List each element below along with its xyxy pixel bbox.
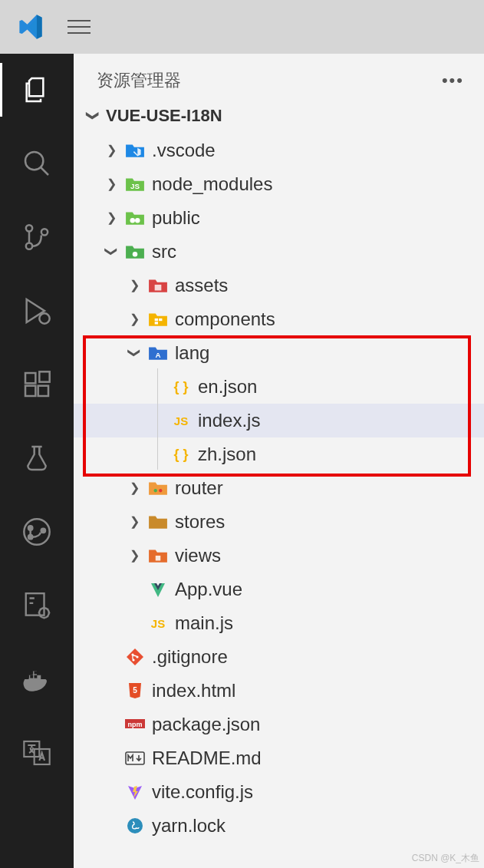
svg-point-3 [41,229,48,235]
tree-item-label: components [175,309,275,330]
tree-item-components[interactable]: components [74,302,484,336]
tree-item-label: views [175,545,221,566]
svg-point-11 [28,535,32,539]
md-icon [124,748,146,769]
svg-point-10 [28,526,32,530]
svg-point-25 [133,252,138,257]
title-bar [0,0,484,54]
tree-item-label: zh.json [198,444,256,465]
source-control-icon[interactable] [18,218,56,256]
project-header[interactable]: VUE-USE-I18N [74,100,484,132]
chevron-right-icon[interactable] [126,278,143,292]
svg-rect-16 [30,675,33,678]
chevron-right-icon[interactable] [126,548,143,563]
tree-item-src[interactable]: src [74,235,484,269]
folder-vscode-icon [124,140,146,161]
tree-item-vscode[interactable]: .vscode [74,134,484,167]
tree-item-app_vue[interactable]: App.vue [74,573,484,606]
tree-item-public[interactable]: public [74,201,484,235]
folder-views-icon [147,545,169,566]
git-graph-icon[interactable] [18,513,56,551]
tree-item-index_html[interactable]: 5index.html [74,674,484,708]
chevron-right-icon[interactable] [126,312,143,326]
svg-rect-13 [26,593,44,616]
vue-icon [147,579,169,600]
tree-item-readme[interactable]: README.md [74,741,484,775]
svg-rect-18 [30,672,33,675]
tree-item-label: main.js [175,612,233,634]
svg-rect-15 [26,675,29,678]
folder-stores-icon [147,511,169,533]
svg-text:A: A [155,351,160,360]
folder-lang-icon: A [147,342,169,364]
svg-rect-19 [35,672,38,675]
tree-item-router[interactable]: router [74,471,484,505]
chevron-down-icon [84,108,101,123]
svg-text:npm: npm [128,721,143,728]
tree-item-stores[interactable]: stores [74,505,484,539]
search-icon[interactable] [18,144,56,183]
tree-item-label: lang [175,342,209,364]
chevron-right-icon[interactable] [103,210,120,225]
chevron-right-icon[interactable] [126,514,143,529]
menu-icon[interactable] [67,20,91,34]
tree-item-zh_json[interactable]: { }zh.json [74,437,484,471]
chevron-down-icon[interactable] [103,244,120,259]
svg-text:5: 5 [133,686,137,695]
tree-item-label: en.json [198,376,257,398]
svg-point-23 [130,218,136,223]
tree-item-label: node_modules [152,173,272,195]
extensions-icon[interactable] [18,365,56,404]
svg-point-12 [41,529,45,533]
chevron-right-icon[interactable] [103,143,120,157]
json-icon: { } [170,444,192,465]
tree-item-en_json[interactable]: { }en.json [74,370,484,404]
tree-item-vite_config[interactable]: vite.config.js [74,775,484,809]
testing-icon[interactable] [18,439,56,477]
explorer-icon[interactable] [18,71,56,109]
yarn-icon [124,815,146,837]
npm-icon: npm [124,714,146,735]
svg-point-1 [26,225,32,231]
tree-item-assets[interactable]: assets [74,269,484,302]
run-debug-icon[interactable] [18,292,56,330]
svg-text:JS: JS [151,617,165,630]
tree-item-package_json[interactable]: npmpackage.json [74,708,484,741]
chevron-right-icon[interactable] [126,480,143,495]
tree-item-label: index.html [152,680,235,701]
tree-item-lang[interactable]: Alang [74,336,484,370]
chevron-down-icon[interactable] [126,345,143,360]
svg-rect-5 [25,373,35,383]
svg-point-0 [25,152,43,170]
sidebar-title: 资源管理器 [97,69,181,92]
i18n-icon[interactable] [18,734,56,772]
tree-item-node_modules[interactable]: JSnode_modules [74,167,484,201]
chevron-right-icon[interactable] [103,177,120,191]
tree-item-label: public [152,207,200,229]
tree-item-main_js[interactable]: JSmain.js [74,606,484,640]
docker-icon[interactable] [18,660,56,698]
svg-rect-17 [35,675,38,678]
vite-icon [124,781,146,803]
tree-item-label: index.js [198,410,260,431]
svg-rect-29 [155,322,158,324]
svg-text:JS: JS [130,183,140,191]
folder-router-icon [147,477,169,499]
js-icon: JS [147,612,169,634]
tree-item-yarn_lock[interactable]: yarn.lock [74,809,484,843]
cpp-settings-icon[interactable] [18,586,56,625]
json-icon: { } [170,376,192,398]
svg-rect-8 [39,371,49,381]
tree-item-label: package.json [152,714,260,735]
svg-text:{ }: { } [173,447,188,462]
tree-item-label: vite.config.js [152,781,253,803]
more-icon[interactable]: ••• [442,71,464,91]
tree-item-label: src [152,241,176,262]
explorer-sidebar: 资源管理器 ••• VUE-USE-I18N .vscodeJSnode_mod… [74,54,484,868]
tree-item-views[interactable]: views [74,539,484,573]
tree-item-gitignore[interactable]: .gitignore [74,640,484,674]
activity-bar [0,54,74,868]
svg-text:JS: JS [174,414,188,427]
tree-item-index_js[interactable]: JSindex.js [74,404,484,437]
svg-point-35 [159,489,162,492]
